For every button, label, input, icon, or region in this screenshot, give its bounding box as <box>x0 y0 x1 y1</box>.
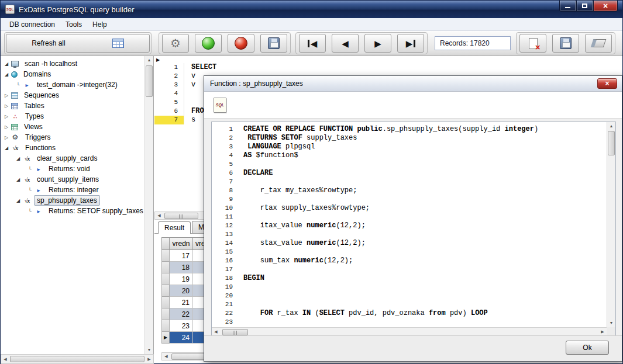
dialog-code-line <box>238 265 606 274</box>
scroll-up-icon[interactable]: ▲ <box>607 122 615 130</box>
sql-document-icon[interactable]: SQL <box>214 98 226 113</box>
tree-item-returns-setof-supply-taxes[interactable]: └▸Returns: SETOF supply_taxes <box>1 206 144 216</box>
tree-horizontal-scrollbar[interactable]: ◀ ▶ <box>1 354 154 364</box>
grid-cell[interactable]: 18 <box>170 262 193 273</box>
save-query-button[interactable] <box>260 34 287 53</box>
tree-item-sequences[interactable]: ▷Sequences <box>1 90 144 100</box>
maximize-button[interactable] <box>576 1 593 12</box>
grid-cell[interactable]: 17 <box>170 250 193 262</box>
tree-expanded-icon[interactable]: ◢ <box>3 61 10 67</box>
scroll-right-icon[interactable]: ▶ <box>145 355 153 363</box>
tree-item-returns-void[interactable]: └▸Returns: void <box>1 164 144 174</box>
ok-button[interactable]: Ok <box>566 341 609 355</box>
grid-cell[interactable]: 19 <box>170 273 193 285</box>
arrow-icon: ▸ <box>35 186 43 194</box>
dialog-close-button[interactable]: × <box>597 78 617 89</box>
row-selector-cell[interactable]: ▶ <box>161 332 170 344</box>
tree-expanded-icon[interactable]: ◢ <box>15 198 22 203</box>
tree-item-sp-phsupply-taxes[interactable]: ◢√xsp_phsupply_taxes <box>1 195 144 206</box>
scroll-left-icon[interactable]: ◀ <box>212 328 220 336</box>
first-record-button[interactable]: ◀ <box>299 34 326 53</box>
next-record-button[interactable]: ▶ <box>364 34 391 53</box>
tree-expanded-icon[interactable]: ◢ <box>15 177 22 182</box>
sequence-icon <box>11 92 18 99</box>
row-selector-cell[interactable] <box>161 297 170 308</box>
column-header-vredn[interactable]: vredn <box>170 237 193 250</box>
dialog-code-line: AS $function$ <box>238 151 606 160</box>
scrollbar-thumb[interactable] <box>164 213 198 219</box>
tree-collapsed-icon[interactable]: ▷ <box>3 93 10 98</box>
tree-item-functions[interactable]: ◢√xFunctions <box>1 143 144 153</box>
scroll-left-icon[interactable]: ◀ <box>155 212 163 220</box>
stop-button[interactable] <box>228 34 254 53</box>
grid-cell[interactable]: 20 <box>170 285 193 297</box>
tree-connector-icon: └ <box>26 188 33 193</box>
tree-expanded-icon[interactable]: ◢ <box>3 145 10 151</box>
row-selector-cell[interactable] <box>161 262 170 273</box>
tree-vertical-scrollbar[interactable]: ▲ ▼ <box>144 56 153 354</box>
tree-collapsed-icon[interactable]: ▷ <box>3 114 10 119</box>
grid-cell[interactable]: 23 <box>170 320 193 332</box>
dialog-line-number: 3 <box>212 143 238 151</box>
tree-item-label: Returns: SETOF supply_taxes <box>46 206 144 216</box>
dialog-vertical-scrollbar[interactable]: ▲ ▼ <box>607 122 615 327</box>
dialog-editor-code[interactable]: CREATE OR REPLACE FUNCTION public.sp_phs… <box>238 125 606 327</box>
row-selector-cell[interactable] <box>161 285 170 297</box>
save-data-button[interactable] <box>552 34 579 53</box>
clear-button[interactable] <box>585 34 612 53</box>
grid-cell[interactable]: 22 <box>170 308 193 320</box>
tree-item-clear-supply-cards[interactable]: ◢√xclear_supply_cards <box>1 153 144 164</box>
scrollbar-thumb[interactable] <box>146 65 153 97</box>
grid-cell[interactable]: 24 <box>170 332 193 344</box>
scrollbar-thumb[interactable] <box>222 329 248 335</box>
tree-collapsed-icon[interactable]: ▷ <box>3 124 10 130</box>
refresh-all-button[interactable]: Refresh all <box>6 34 150 53</box>
grid-cell[interactable]: 21 <box>170 297 193 308</box>
tree-item-label: clear_supply_cards <box>34 153 100 164</box>
tree-expanded-icon[interactable]: ◢ <box>15 156 22 161</box>
function-source-editor[interactable]: 1234567891011121314151617181920212223 CR… <box>211 122 616 337</box>
row-selector-cell[interactable] <box>161 250 170 262</box>
tree-item-types[interactable]: ▷∴Types <box>1 111 144 122</box>
row-selector-cell[interactable] <box>161 320 170 332</box>
delete-record-button[interactable]: × <box>519 34 546 53</box>
scroll-down-icon[interactable]: ▼ <box>145 346 153 354</box>
tree-collapsed-icon[interactable]: ▷ <box>3 135 10 140</box>
scroll-down-icon[interactable]: ▼ <box>607 319 615 327</box>
tree-item-returns-integer[interactable]: └▸Returns: integer <box>1 185 144 195</box>
dialog-horizontal-scrollbar[interactable]: ◀ ▶ <box>212 327 607 336</box>
scrollbar-thumb[interactable] <box>10 356 144 362</box>
start-button[interactable] <box>195 34 222 53</box>
row-selector-cell[interactable] <box>161 273 170 285</box>
scroll-left-icon[interactable]: ◀ <box>162 352 170 360</box>
tree-item-views[interactable]: ▷Views <box>1 122 144 132</box>
tab-result[interactable]: Result <box>158 221 191 234</box>
row-selector-cell[interactable] <box>161 308 170 320</box>
last-record-button[interactable]: ▶ <box>397 34 424 53</box>
records-field[interactable] <box>435 36 511 50</box>
tree-item-triggers[interactable]: ▷⚙Triggers <box>1 132 144 143</box>
scroll-right-icon[interactable]: ▶ <box>598 328 607 336</box>
dialog-code-line: RETURNS SETOF supply_taxes <box>238 134 606 143</box>
tree-item-scan-h-localhost[interactable]: ◢scan -h localhost <box>1 58 144 69</box>
tree-collapsed-icon[interactable]: ▷ <box>3 103 10 109</box>
tree: ◢scan -h localhost◢Domains└▸test_domain … <box>1 58 144 354</box>
tree-item-label: Types <box>22 111 47 122</box>
splitter-arrow-icon[interactable]: ▶ <box>156 57 160 63</box>
menu-help[interactable]: Help <box>87 19 112 30</box>
tree-item-count-supply-items[interactable]: ◢√xcount_supply_items <box>1 174 144 185</box>
process-button[interactable]: ⚙ <box>162 34 189 53</box>
dialog-line-number: 17 <box>212 265 238 274</box>
tree-item-test-domain-integer-32[interactable]: └▸test_domain ->integer(32) <box>1 79 144 90</box>
tree-expanded-icon[interactable]: ◢ <box>3 72 10 77</box>
menu-db-connection[interactable]: DB connection <box>4 19 60 30</box>
tree-item-domains[interactable]: ◢Domains <box>1 69 144 79</box>
prev-record-button[interactable]: ◀ <box>332 34 359 53</box>
scrollbar-thumb[interactable] <box>608 131 615 155</box>
tree-item-tables[interactable]: ▷Tables <box>1 100 144 111</box>
scroll-up-icon[interactable]: ▲ <box>145 56 153 64</box>
menu-tools[interactable]: Tools <box>60 19 87 30</box>
scroll-left-icon[interactable]: ◀ <box>1 355 9 363</box>
close-button[interactable]: × <box>593 1 618 12</box>
minimize-button[interactable] <box>559 1 576 12</box>
